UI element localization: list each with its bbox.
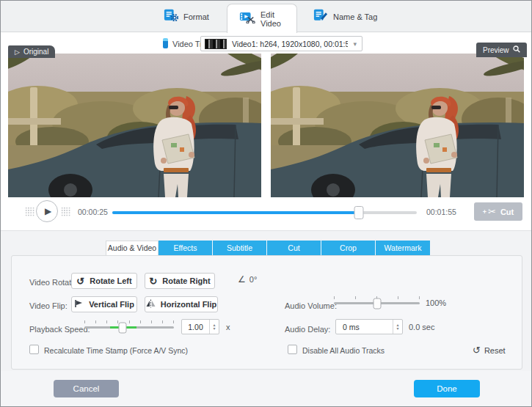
tab-subtitle[interactable]: Subtitle — [213, 241, 267, 255]
rotate-left-button[interactable]: ↺ Rotate Left — [71, 273, 137, 289]
original-tag: ▷ Original — [8, 45, 55, 58]
disable-audio-label: Disable All Audio Tracks — [302, 346, 385, 355]
horizontal-flip-icon — [146, 299, 156, 309]
original-video-pane — [8, 54, 261, 197]
playback-speed-handle[interactable] — [119, 322, 127, 333]
header-tab-bar: Format Edit Video — [1, 1, 531, 32]
audio-delay-spinner[interactable]: 0 ms ▴ ▾ — [335, 319, 403, 334]
rotate-left-label: Rotate Left — [90, 276, 131, 285]
rotate-right-button[interactable]: ↻ Rotate Right — [145, 273, 215, 289]
rotate-right-label: Rotate Right — [162, 276, 210, 285]
magnifier-icon[interactable] — [513, 45, 520, 54]
playback-speed-spinner[interactable]: 1.00 ▴ ▾ — [181, 319, 219, 334]
rotate-left-icon: ↺ — [76, 276, 84, 287]
tab-format-label: Format — [183, 12, 209, 21]
tab-crop[interactable]: Crop — [321, 241, 376, 255]
video-track-dropdown[interactable]: Video1: h264, 1920x1080, 00:01:55 ▾ — [200, 36, 362, 51]
vertical-flip-button[interactable]: Vertical Flip — [71, 296, 137, 312]
audio-video-panel: Video Rotate: ↺ Rotate Left ↻ Rotate Rig… — [11, 255, 522, 370]
video-track-icon — [163, 38, 168, 48]
edit-tab-bar: Audio & Video Effects Subtitle Cut Crop … — [106, 241, 430, 255]
vertical-flip-icon — [74, 299, 84, 309]
tab-audio-video[interactable]: Audio & Video — [106, 241, 158, 255]
plus-icon: + — [483, 208, 487, 216]
cut-button[interactable]: +✂ Cut — [474, 202, 522, 221]
video-thumbnail — [205, 39, 227, 49]
playback-speed-unit: x — [226, 323, 230, 331]
scissors-icon: ✂ — [488, 206, 496, 217]
cancel-button[interactable]: Cancel — [54, 380, 119, 397]
tab-edit-video-label: Edit Video — [260, 10, 285, 28]
angle-icon: ∠ — [238, 274, 246, 285]
video-track-row: Video Track: Video1: h264, 1920x1080, 00… — [1, 35, 531, 53]
speed-ticks — [84, 320, 174, 323]
preview-video-pane — [271, 54, 524, 197]
audio-volume-slider[interactable] — [334, 302, 420, 304]
play-icon: ▶ — [45, 206, 51, 216]
delay-spin-arrows[interactable]: ▴ ▾ — [393, 320, 402, 334]
done-button[interactable]: Done — [414, 380, 480, 397]
edit-video-icon — [239, 11, 255, 26]
preview-tag[interactable]: Preview — [476, 43, 527, 57]
rotate-right-icon: ↻ — [149, 276, 157, 287]
step-back-frame-icon[interactable] — [25, 207, 34, 216]
chevron-down-icon[interactable]: ▾ — [348, 40, 362, 48]
original-tag-label: Original — [23, 48, 48, 56]
reset-button[interactable]: ↺ Reset — [473, 345, 506, 356]
audio-delay-converted: 0.0 sec — [409, 323, 434, 331]
horizontal-flip-button[interactable]: Horizontal Flip — [145, 296, 218, 312]
angle-value: 0° — [249, 275, 258, 284]
edit-section: Audio & Video Effects Subtitle Cut Crop … — [1, 230, 531, 371]
vertical-flip-label: Vertical Flip — [89, 300, 134, 309]
tab-effects[interactable]: Effects — [158, 241, 213, 255]
audio-volume-value: 100% — [426, 298, 446, 307]
name-tag-icon — [313, 9, 328, 24]
reset-icon: ↺ — [473, 345, 481, 356]
recalculate-timestamp-checkbox[interactable] — [29, 345, 39, 354]
playback-speed-value[interactable]: 1.00 — [182, 320, 209, 334]
step-forward-frame-icon[interactable] — [61, 207, 70, 216]
reset-label: Reset — [484, 346, 506, 355]
tab-edit-video[interactable]: Edit Video — [227, 4, 297, 33]
tab-watermark[interactable]: Watermark — [376, 241, 430, 255]
speed-spin-arrows[interactable]: ▴ ▾ — [209, 320, 219, 334]
tab-cut[interactable]: Cut — [267, 241, 321, 255]
footer: Cancel Done — [1, 371, 531, 407]
total-time: 00:01:55 — [426, 208, 456, 216]
playback-speed-slider[interactable] — [84, 326, 174, 329]
timeline-track[interactable] — [112, 211, 417, 214]
timeline-fill — [112, 211, 359, 214]
play-button[interactable]: ▶ — [36, 200, 58, 222]
video-flip-label: Video Flip: — [29, 301, 68, 310]
timeline-handle[interactable] — [354, 206, 364, 219]
preview-tag-label: Preview — [483, 46, 509, 54]
tab-name-tag[interactable]: Name & Tag — [313, 1, 377, 32]
playback-speed-label: Playback Speed: — [29, 325, 90, 334]
spin-down-icon[interactable]: ▾ — [396, 327, 398, 331]
disable-audio-checkbox[interactable] — [288, 345, 297, 354]
rotation-angle: ∠ 0° — [238, 274, 257, 285]
audio-delay-label: Audio Delay: — [285, 325, 330, 334]
cut-button-label: Cut — [500, 208, 514, 216]
recalculate-timestamp-label: Recalculate Time Stamp (Force A/V Sync) — [44, 346, 188, 355]
spin-down-icon[interactable]: ▾ — [213, 327, 215, 331]
format-icon — [164, 9, 178, 24]
horizontal-flip-label: Horizontal Flip — [161, 300, 216, 309]
audio-delay-value[interactable]: 0 ms — [336, 320, 393, 334]
video-track-value: Video1: h264, 1920x1080, 00:01:55 — [232, 40, 348, 48]
current-time: 00:00:25 — [78, 208, 108, 216]
audio-volume-handle[interactable] — [373, 298, 381, 309]
tab-format[interactable]: Format — [164, 1, 209, 32]
edit-video-dialog: Format Edit Video — [0, 0, 532, 407]
play-outline-icon: ▷ — [15, 48, 20, 56]
tab-name-tag-label: Name & Tag — [333, 12, 377, 21]
audio-volume-label: Audio Volume: — [285, 301, 337, 310]
